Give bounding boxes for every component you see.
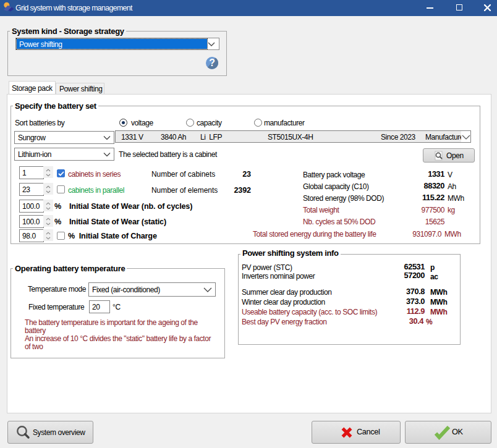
svg-text:?: ? [209,57,215,68]
